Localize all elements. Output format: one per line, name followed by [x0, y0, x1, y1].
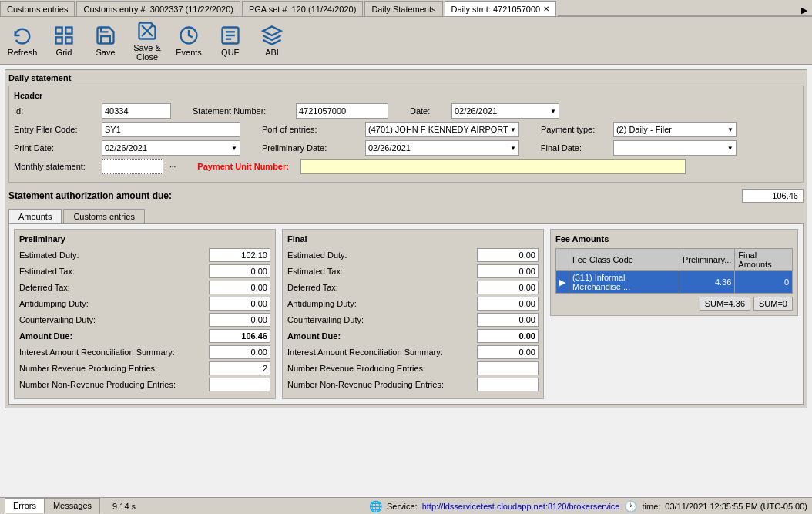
tab-customs-entries[interactable]: Customs entries — [0, 1, 75, 16]
refresh-icon — [12, 25, 33, 46]
final-def-tax-value[interactable] — [477, 281, 539, 294]
auth-value: 106.46 — [742, 189, 804, 203]
refresh-button[interactable]: Refresh — [3, 19, 42, 62]
final-est-tax-value[interactable] — [477, 264, 539, 278]
monthly-statement-label: Monthly statement: — [14, 162, 99, 171]
prelim-est-tax-label: Estimated Tax: — [19, 267, 209, 276]
port-dropdown-icon[interactable]: ▼ — [510, 126, 516, 133]
fee-amounts-column: Fee Amounts Fee Class Code Preliminary..… — [550, 229, 798, 399]
prelim-anti-duty-row: Antidumping Duty: — [19, 297, 270, 311]
final-column: Final Estimated Duty: Estimated Tax: Def… — [282, 229, 544, 399]
port-entries-input[interactable] — [365, 122, 519, 137]
final-num-revenue-value[interactable] — [477, 361, 539, 375]
prelim-def-tax-row: Deferred Tax: — [19, 281, 270, 294]
print-date-label: Print Date: — [14, 143, 99, 153]
tab-bar: Customs entries Customs entry #: 3002337… — [0, 0, 812, 17]
fee-preliminary-cell: 4.36 — [679, 271, 734, 294]
preliminary-column: Preliminary Estimated Duty: Estimated Ta… — [14, 229, 276, 399]
fee-table-row[interactable]: ▶ (311) Informal Merchandise ... 4.36 0 — [556, 271, 793, 294]
prelim-num-non-revenue-value[interactable] — [209, 378, 270, 391]
final-anti-duty-label: Antidumping Duty: — [287, 299, 477, 308]
final-anti-duty-row: Antidumping Duty: — [287, 297, 539, 311]
header-row-3: Print Date: ▼ Preliminary Date: ▼ Final … — [14, 140, 798, 156]
preliminary-panel: Preliminary Estimated Duty: Estimated Ta… — [14, 229, 276, 399]
tab-pga-set-120[interactable]: PGA set #: 120 (11/24/2020) — [242, 1, 363, 16]
globe-icon: 🌐 — [369, 500, 382, 512]
prelim-anti-duty-value[interactable] — [209, 297, 270, 311]
preliminary-date-label: Preliminary Date: — [262, 143, 362, 153]
events-button[interactable]: Events — [169, 19, 208, 62]
tab-daily-stmt-4721057000[interactable]: Daily stmt: 4721057000 ✕ — [445, 1, 557, 16]
prelim-est-duty-value[interactable] — [209, 248, 270, 262]
prelim-counter-duty-value[interactable] — [209, 313, 270, 327]
final-counter-duty-value[interactable] — [477, 313, 539, 327]
tab-customs-entry-3002337[interactable]: Customs entry #: 3002337 (11/22/2020) — [76, 1, 240, 16]
final-est-duty-value[interactable] — [477, 248, 539, 262]
save-button[interactable]: Save — [86, 19, 125, 62]
final-num-non-revenue-value[interactable] — [477, 378, 539, 391]
header-row-2: Entry Filer Code: Port of entries: ▼ Pay… — [14, 122, 798, 137]
fee-class-code-cell: (311) Informal Merchandise ... — [569, 271, 679, 294]
final-title: Final — [287, 234, 539, 244]
prelim-date-dropdown-icon[interactable]: ▼ — [510, 145, 516, 152]
fee-table: Fee Class Code Preliminary... Final Amou… — [555, 248, 793, 294]
prelim-interest-row: Interest Amount Reconciliation Summary: — [19, 345, 270, 359]
prelim-def-tax-value[interactable] — [209, 281, 270, 294]
prelim-anti-duty-label: Antidumping Duty: — [19, 299, 209, 308]
daily-statement-panel: Daily statement Header Id: Statement Num… — [5, 69, 807, 408]
tab-customs-entries-inner[interactable]: Customs entries — [63, 209, 144, 223]
toolbar: Refresh Grid Save Save & Close — [0, 17, 812, 65]
que-icon — [220, 25, 241, 46]
final-anti-duty-value[interactable] — [477, 297, 539, 311]
final-num-revenue-label: Number Revenue Producing Entries: — [287, 364, 477, 373]
final-interest-value[interactable] — [477, 345, 539, 359]
status-info: 🌐 Service: http://ldsservicetest.cloudap… — [369, 500, 807, 512]
tab-scroll-right[interactable]: ▶ — [797, 5, 812, 16]
tab-amounts[interactable]: Amounts — [8, 209, 62, 223]
clock-icon: 🕐 — [624, 500, 637, 512]
svg-rect-0 — [56, 27, 62, 33]
prelim-counter-duty-row: Countervailing Duty: — [19, 313, 270, 327]
tab-daily-statements[interactable]: Daily Statements — [364, 1, 442, 16]
statement-number-input[interactable] — [296, 103, 388, 119]
header-section: Header Id: Statement Number: Date: ▼ Ent… — [8, 86, 804, 183]
payment-type-input[interactable] — [613, 122, 737, 137]
print-date-dropdown-icon[interactable]: ▼ — [231, 145, 237, 152]
three-columns: Preliminary Estimated Duty: Estimated Ta… — [14, 229, 798, 399]
payment-type-dropdown-icon[interactable]: ▼ — [727, 126, 733, 133]
id-input[interactable] — [102, 103, 171, 119]
prelim-est-tax-value[interactable] — [209, 264, 270, 278]
prelim-amount-due-row: Amount Due: — [19, 329, 270, 343]
print-date-input[interactable] — [102, 140, 240, 156]
que-button[interactable]: QUE — [211, 19, 250, 62]
monthly-statement-input[interactable] — [102, 159, 163, 174]
final-date-dropdown-icon[interactable]: ▼ — [727, 145, 733, 152]
grid-button[interactable]: Grid — [45, 19, 83, 62]
prelim-est-tax-row: Estimated Tax: — [19, 264, 270, 278]
final-date-input[interactable] — [613, 140, 737, 156]
final-est-duty-label: Estimated Duty: — [287, 250, 477, 260]
fee-preliminary-col: Preliminary... — [679, 249, 734, 271]
preliminary-title: Preliminary — [19, 234, 270, 244]
prelim-num-revenue-value[interactable] — [209, 361, 270, 375]
errors-tab[interactable]: Errors — [5, 498, 45, 513]
date-dropdown-icon[interactable]: ▼ — [550, 108, 556, 115]
close-icon[interactable]: ✕ — [543, 5, 549, 13]
fee-expand-cell[interactable]: ▶ — [556, 271, 569, 294]
monthly-statement-ellipsis[interactable]: ··· — [169, 163, 176, 171]
entry-filer-code-input[interactable] — [102, 122, 240, 137]
abi-button[interactable]: ABI — [253, 19, 291, 62]
prelim-interest-value[interactable] — [209, 345, 270, 359]
port-entries-label: Port of entries: — [262, 125, 362, 134]
final-amount-due-value[interactable] — [477, 329, 539, 343]
save-close-button[interactable]: Save & Close — [128, 19, 166, 62]
sum-row: SUM=4.36 SUM=0 — [555, 297, 793, 311]
final-panel: Final Estimated Duty: Estimated Tax: Def… — [282, 229, 544, 399]
header-row-1: Id: Statement Number: Date: ▼ — [14, 103, 798, 119]
preliminary-date-input[interactable] — [365, 140, 519, 156]
messages-tab[interactable]: Messages — [45, 498, 100, 513]
payment-unit-number-input[interactable] — [300, 159, 686, 174]
date-input[interactable] — [451, 103, 559, 119]
prelim-amount-due-value[interactable] — [209, 329, 270, 343]
prelim-est-duty-label: Estimated Duty: — [19, 250, 209, 260]
